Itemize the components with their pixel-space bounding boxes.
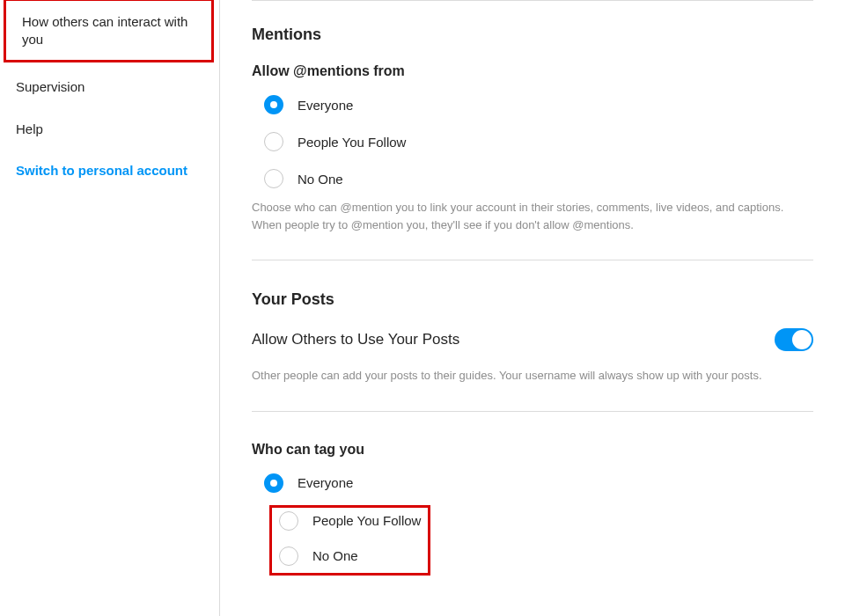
sidebar-item-label: Supervision xyxy=(16,79,84,94)
settings-main: Mentions Allow @mentions from Everyone P… xyxy=(220,0,845,616)
sidebar-item-switch-personal-account[interactable]: Switch to personal account xyxy=(0,150,219,192)
section-heading-your-posts: Your Posts xyxy=(252,290,813,309)
radio-label: People You Follow xyxy=(298,135,406,150)
radio-tag-everyone[interactable]: Everyone xyxy=(264,473,813,493)
radio-icon xyxy=(264,132,283,151)
radio-label: No One xyxy=(312,548,358,563)
annotation-highlight-sidebar: How others can interact with you xyxy=(4,0,214,62)
radio-mentions-no-one[interactable]: No One xyxy=(264,169,813,188)
radio-mentions-people-you-follow[interactable]: People You Follow xyxy=(264,132,813,151)
radio-label: People You Follow xyxy=(312,513,421,528)
radio-tag-no-one[interactable]: No One xyxy=(279,546,421,566)
radio-icon xyxy=(264,95,283,114)
radio-icon xyxy=(264,169,283,188)
divider xyxy=(252,411,813,412)
radio-icon xyxy=(264,473,283,493)
radio-label: No One xyxy=(298,172,343,187)
sidebar-item-label: Switch to personal account xyxy=(16,163,187,178)
radio-icon xyxy=(279,546,298,566)
radio-label: Everyone xyxy=(298,475,353,490)
tag-radio-group: Everyone People You Follow No One xyxy=(264,473,813,576)
allow-use-posts-toggle[interactable] xyxy=(775,328,813,351)
divider xyxy=(252,260,813,260)
annotation-highlight-tag-options: People You Follow No One xyxy=(269,505,430,576)
radio-mentions-everyone[interactable]: Everyone xyxy=(264,95,813,114)
section-your-posts: Your Posts Allow Others to Use Your Post… xyxy=(252,290,813,385)
section-who-can-tag: Who can tag you Everyone People You Foll… xyxy=(252,442,813,576)
mentions-radio-group: Everyone People You Follow No One xyxy=(264,95,813,188)
mentions-help-text: Choose who can @mention you to link your… xyxy=(252,199,813,233)
divider xyxy=(252,0,813,1)
mentions-subheading: Allow @mentions from xyxy=(252,63,813,79)
settings-sidebar: How others can interact with you Supervi… xyxy=(0,0,220,616)
tag-heading: Who can tag you xyxy=(252,442,813,458)
section-mentions: Mentions Allow @mentions from Everyone P… xyxy=(252,26,813,233)
section-heading-mentions: Mentions xyxy=(252,26,813,44)
allow-use-posts-row: Allow Others to Use Your Posts xyxy=(252,328,813,351)
sidebar-item-label: Help xyxy=(16,121,43,136)
sidebar-item-help[interactable]: Help xyxy=(0,108,219,150)
your-posts-help-text: Other people can add your posts to their… xyxy=(252,367,813,385)
radio-label: Everyone xyxy=(298,98,353,113)
sidebar-item-supervision[interactable]: Supervision xyxy=(0,66,219,108)
allow-use-posts-label: Allow Others to Use Your Posts xyxy=(252,331,459,348)
sidebar-item-how-others-interact[interactable]: How others can interact with you xyxy=(6,1,211,60)
radio-tag-people-you-follow[interactable]: People You Follow xyxy=(279,511,421,531)
sidebar-item-label: How others can interact with you xyxy=(22,14,187,47)
radio-icon xyxy=(279,511,298,531)
